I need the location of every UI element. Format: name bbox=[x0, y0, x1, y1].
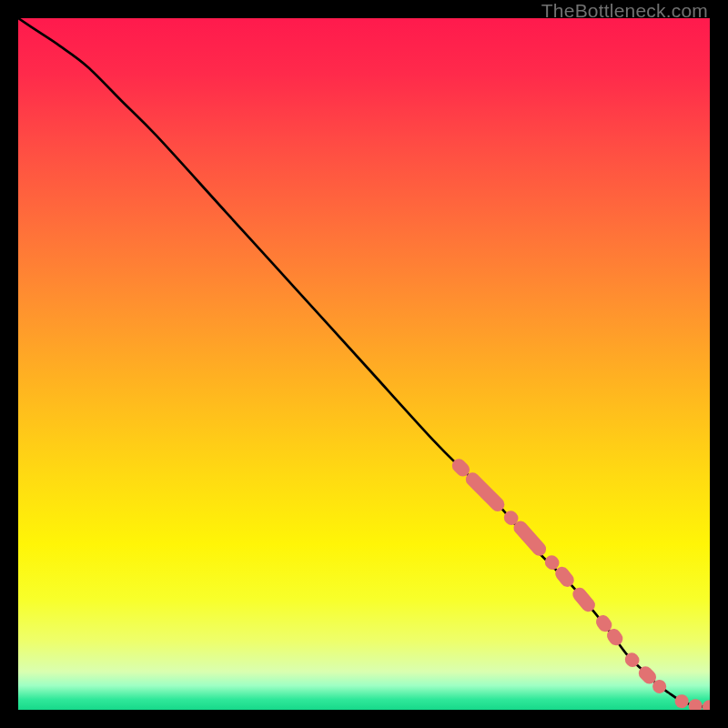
plot-area bbox=[18, 18, 710, 710]
data-marker bbox=[703, 700, 710, 710]
curve-path bbox=[18, 18, 710, 707]
curve-layer bbox=[18, 18, 710, 710]
chart-stage: TheBottleneck.com bbox=[0, 0, 728, 728]
